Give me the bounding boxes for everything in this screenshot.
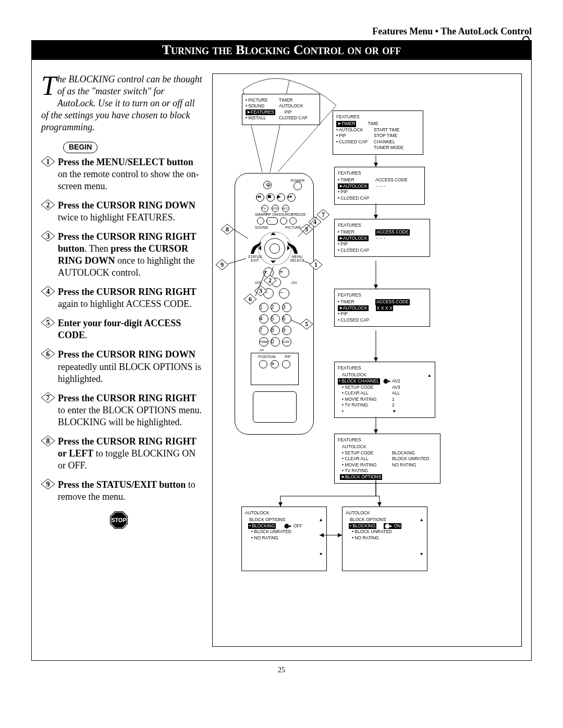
svg-text:7: 7 — [322, 211, 325, 218]
svg-text:1: 1 — [314, 261, 317, 268]
svg-text:2: 2 — [268, 277, 272, 284]
menu-screen-8a: AUTOLOCK BLOCK OPTIONS▲ BLOCKING⬤▸ OFF B… — [241, 507, 327, 571]
menu-screen-2: FEATURES ➤TIMERTIME AUTOLOCKSTART TIME P… — [333, 110, 423, 155]
callout-8: 8 — [221, 224, 234, 235]
svg-text:9: 9 — [46, 480, 50, 488]
svg-marker-58 — [374, 429, 378, 434]
callout-5: 5 — [300, 319, 313, 329]
step-3: 3Press the CURSOR RING RIGHT button. The… — [41, 231, 203, 279]
svg-marker-54 — [374, 285, 378, 289]
svg-marker-62 — [338, 533, 342, 537]
svg-text:8: 8 — [226, 226, 229, 233]
svg-text:6: 6 — [46, 350, 50, 358]
svg-text:5: 5 — [305, 320, 308, 328]
step-2: 2Press the CURSOR RING DOWN twice to hig… — [41, 200, 203, 224]
svg-text:1: 1 — [46, 158, 50, 166]
menu-screen-3: FEATURES TIMERACCESS CODE ➤AUTOLOCK- - -… — [334, 167, 425, 205]
menu-screen-6: FEATURES AUTOLOCK ▲ BLOCK CHANNEL⬤▸ AV2 … — [334, 362, 435, 418]
svg-marker-59 — [278, 502, 283, 507]
callout-6: 6 — [244, 294, 256, 304]
diagram-panel: POWER ⏻ ⏮ ⏹ ▶ ⏭ TV VCR ACC SMART PIP ON … — [212, 73, 522, 647]
svg-marker-60 — [377, 502, 382, 507]
callout-9: 9 — [216, 260, 228, 270]
step-4: 4Press the CURSOR RING RIGHT again to hi… — [41, 286, 203, 310]
callout-2: 2 — [264, 275, 276, 286]
svg-text:5: 5 — [46, 319, 50, 327]
svg-text:3: 3 — [46, 232, 50, 240]
callout-7: 7 — [317, 209, 329, 220]
menu-screen-4: FEATURES TIMERACCESS CODE ➤AUTOLOCK- - -… — [334, 219, 430, 257]
step-6: 6Press the CURSOR RING DOWN repeatedly u… — [41, 349, 203, 385]
svg-marker-52 — [374, 215, 378, 219]
svg-text:9: 9 — [221, 261, 224, 268]
step-1: 1Press the MENU/SELECT button on the rem… — [41, 156, 203, 192]
svg-text:8: 8 — [46, 437, 50, 445]
menu-screen-7: FEATURES AUTOLOCK SETUP CODEBLOCKING CLE… — [334, 434, 440, 484]
svg-text:3: 3 — [259, 287, 262, 294]
svg-text:6: 6 — [249, 295, 252, 303]
content-frame: The BLOCKING control can be thought of a… — [31, 60, 532, 661]
page-number: 25 — [31, 666, 532, 674]
intro-text: The BLOCKING control can be thought of a… — [41, 73, 203, 133]
step-9: 9Press the STATUS/EXIT button to remove … — [41, 479, 203, 503]
step-8: 8Press the CURSOR RING RIGHT or LEFT to … — [41, 436, 203, 472]
svg-text:4: 4 — [313, 218, 316, 226]
svg-text:2: 2 — [46, 201, 50, 209]
svg-text:7: 7 — [46, 394, 50, 402]
svg-marker-56 — [374, 357, 378, 362]
stop-badge-icon: STOP — [109, 510, 129, 530]
step-7: 7Press the CURSOR RING RIGHT to enter th… — [41, 392, 203, 428]
page-title: Turning the Blocking Control on or off — [31, 40, 532, 60]
svg-text:STOP: STOP — [112, 517, 126, 523]
step-5: 5Enter your four-digit ACCESS CODE. — [41, 317, 203, 341]
menu-screen-8b: AUTOLOCK BLOCK OPTIONS▲ BLOCKING⬤▸ ON BL… — [342, 507, 427, 571]
menu-screen-1: PICTURETIMER SOUNDAUTOLOCK ➤FEATURESPIP … — [242, 94, 320, 125]
menu-screen-5: FEATURES TIMERACCESS CODE ➤AUTOLOCKX X X… — [334, 289, 430, 327]
begin-badge: BEGIN — [63, 142, 97, 153]
header-breadcrumb: Features Menu • The AutoLock Control — [31, 26, 532, 37]
svg-text:4: 4 — [46, 288, 50, 295]
callout-1: 1 — [310, 260, 322, 270]
